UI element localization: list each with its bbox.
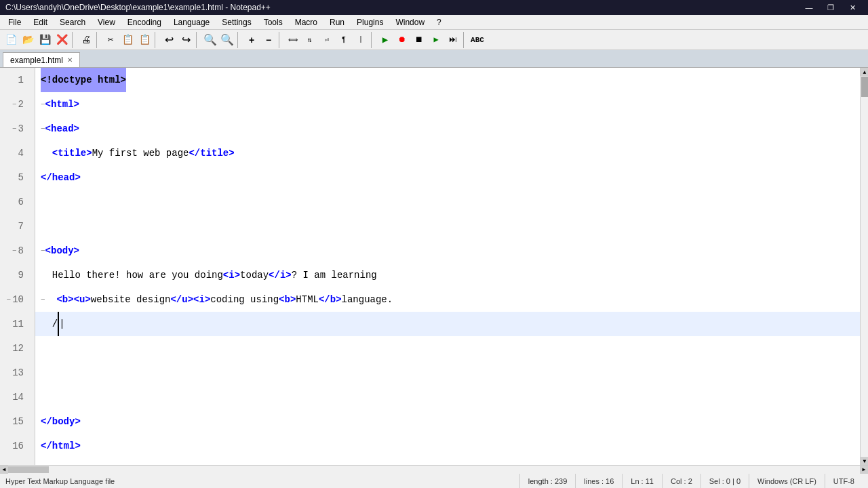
menu-item-macro[interactable]: Macro	[290, 16, 323, 29]
line-number-10: −10	[3, 287, 29, 312]
fold-indicator-10[interactable]: −	[41, 287, 45, 312]
hscroll-thumb[interactable]	[8, 466, 49, 473]
run-button[interactable]: ▶	[377, 32, 393, 48]
sep5	[237, 32, 241, 48]
fold-button-10[interactable]: −	[7, 287, 12, 312]
menu-item-plugins[interactable]: Plugins	[351, 16, 389, 29]
menu-item-?[interactable]: ?	[431, 16, 447, 29]
print-button[interactable]: 🖨	[78, 32, 94, 48]
close-button[interactable]: ✕	[842, 1, 863, 14]
indent-guide-button[interactable]: |	[353, 32, 369, 48]
line-number-13: 13	[3, 361, 29, 385]
menu-item-language[interactable]: Language	[168, 16, 215, 29]
save-button[interactable]: 💾	[37, 32, 53, 48]
word-wrap-button[interactable]: ⏎	[319, 32, 335, 48]
code-line-4: <title>My first web page</title>	[35, 141, 860, 165]
menu-item-tools[interactable]: Tools	[258, 16, 288, 29]
menu-item-settings[interactable]: Settings	[216, 16, 256, 29]
abc-button[interactable]: ABC	[469, 32, 486, 48]
new-file-button[interactable]: 📄	[3, 32, 19, 48]
sel-status: Sel : 0 | 0	[701, 474, 749, 489]
line-numbers-panel: 1−2−34567−89−10111213141516	[0, 68, 35, 465]
line-ending-status: Windows (CR LF)	[749, 474, 825, 489]
line-number-3: −3	[3, 117, 29, 141]
code-line-7	[35, 214, 860, 239]
sep2	[96, 32, 100, 48]
fold-button-2[interactable]: −	[12, 92, 17, 117]
fold-button-3[interactable]: −	[12, 117, 17, 141]
code-line-16: </html>	[35, 434, 860, 458]
hscroll-right-arrow[interactable]: ▶	[860, 466, 868, 474]
code-line-14	[35, 385, 860, 409]
line-number-14: 14	[3, 385, 29, 409]
menu-item-encoding[interactable]: Encoding	[122, 16, 167, 29]
maximize-button[interactable]: ❐	[821, 1, 841, 14]
length-status: length : 239	[519, 474, 576, 489]
code-line-10: − <b><u>website design</u><i> coding usi…	[35, 287, 860, 312]
menu-item-edit[interactable]: Edit	[28, 16, 53, 29]
zoom-out-button[interactable]: −	[260, 32, 277, 48]
line-number-16: 16	[3, 434, 29, 458]
vertical-scrollbar[interactable]: ▲ ▼	[860, 68, 868, 465]
line-number-12: 12	[3, 336, 29, 361]
sep4	[196, 32, 200, 48]
hscroll-track[interactable]	[8, 466, 860, 474]
line-number-8: −8	[3, 239, 29, 263]
tab-example1[interactable]: example1.html ✕	[3, 52, 80, 67]
close-file-button[interactable]: ❌	[54, 32, 70, 48]
paste-button[interactable]: 📋	[136, 32, 153, 48]
macro-record[interactable]: ⏺	[394, 32, 410, 48]
copy-button[interactable]: 📋	[119, 32, 136, 48]
status-segments: length : 239 lines : 16 Ln : 11 Col : 2 …	[519, 474, 863, 489]
tab-close-button[interactable]: ✕	[67, 56, 73, 64]
zoom-in-button[interactable]: +	[243, 32, 260, 48]
sync-scroll-h[interactable]: ⇅	[302, 32, 318, 48]
fold-button-8[interactable]: −	[12, 239, 17, 263]
code-line-12	[35, 336, 860, 361]
undo-button[interactable]: ↩	[161, 32, 177, 48]
scroll-up-arrow[interactable]: ▲	[861, 68, 868, 76]
editor-content[interactable]: <!doctype html>−<html>−<head> <title>My …	[35, 68, 860, 465]
title-text: C:\Users\andyh\OneDrive\Desktop\example1…	[5, 3, 799, 12]
code-line-3: −<head>	[35, 117, 860, 141]
fold-indicator-2[interactable]: −	[41, 92, 45, 117]
scroll-thumb[interactable]	[861, 77, 868, 97]
line-number-5: 5	[3, 165, 29, 190]
tab-label: example1.html	[10, 56, 63, 65]
sync-scroll-v[interactable]: ⟺	[285, 32, 301, 48]
hscroll-left-arrow[interactable]: ◀	[0, 466, 8, 474]
code-line-9: Hello there! how are you doing <i>today<…	[35, 263, 860, 287]
code-line-6	[35, 190, 860, 214]
sep3	[155, 32, 159, 48]
line-number-6: 6	[3, 190, 29, 214]
menu-bar: FileEditSearchViewEncodingLanguageSettin…	[0, 15, 868, 30]
line-number-11: 11	[3, 312, 29, 336]
horizontal-scrollbar[interactable]: ◀ ▶	[0, 465, 868, 473]
sep7	[371, 32, 375, 48]
scroll-down-arrow[interactable]: ▼	[861, 457, 868, 465]
replace-button[interactable]: 🔍	[219, 32, 235, 48]
minimize-button[interactable]: —	[799, 1, 819, 14]
line-number-2: −2	[3, 92, 29, 117]
menu-item-search[interactable]: Search	[54, 16, 91, 29]
sep1	[72, 32, 76, 48]
open-file-button[interactable]: 📂	[20, 32, 36, 48]
find-button[interactable]: 🔍	[202, 32, 218, 48]
line-number-15: 15	[3, 409, 29, 434]
cut-button[interactable]: ✂	[102, 32, 119, 48]
macro-run-multiple[interactable]: ⏭	[445, 32, 461, 48]
fold-indicator-3[interactable]: −	[41, 117, 45, 141]
line-number-1: 1	[3, 68, 29, 92]
redo-button[interactable]: ↪	[178, 32, 194, 48]
menu-item-window[interactable]: Window	[390, 16, 430, 29]
menu-item-run[interactable]: Run	[324, 16, 350, 29]
fold-indicator-8[interactable]: −	[41, 239, 45, 263]
all-chars-button[interactable]: ¶	[336, 32, 352, 48]
code-line-13	[35, 361, 860, 385]
menu-item-file[interactable]: File	[3, 16, 26, 29]
menu-item-view[interactable]: View	[92, 16, 121, 29]
line-number-4: 4	[3, 141, 29, 165]
code-line-11: /|	[35, 312, 860, 336]
macro-play[interactable]: ▶	[428, 32, 444, 48]
macro-stop[interactable]: ⏹	[411, 32, 427, 48]
